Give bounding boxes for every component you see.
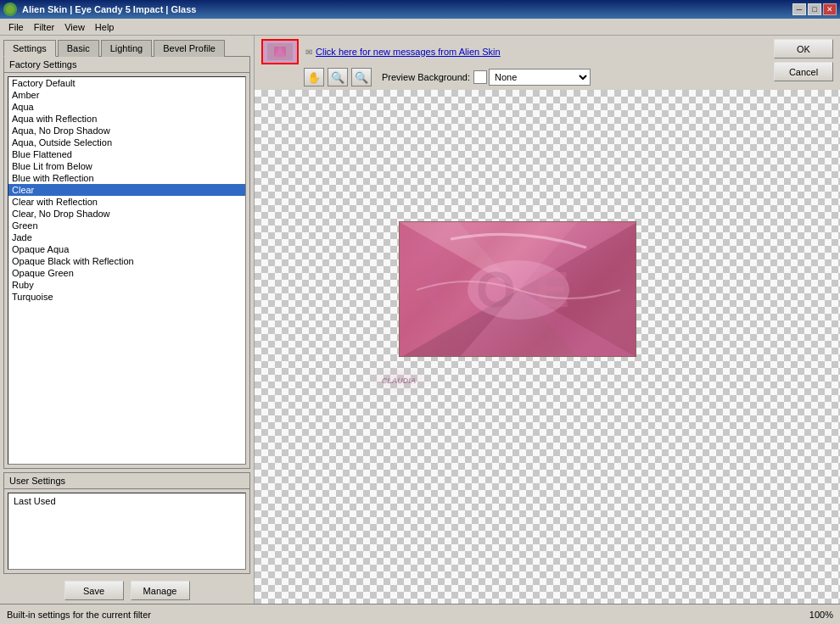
list-item[interactable]: Jade	[8, 231, 245, 243]
message-icon: ✉	[305, 47, 312, 57]
zoom-level: 100%	[809, 610, 833, 620]
right-panel: ✉ Click here for new messages from Alien…	[255, 36, 840, 604]
preview-canvas[interactable]: L O E CLAUDIA	[255, 90, 840, 604]
maximize-button[interactable]: □	[808, 3, 821, 15]
list-item[interactable]: Ruby	[8, 279, 245, 291]
zoom-icon: 🔍	[331, 71, 344, 84]
tab-basic[interactable]: Basic	[58, 40, 99, 57]
list-item-clear[interactable]: Clear	[8, 184, 245, 196]
watermark: CLAUDIA	[365, 365, 433, 395]
status-bar: Built-in settings for the current filter…	[0, 604, 840, 624]
preview-bg-color-swatch[interactable]	[473, 70, 487, 84]
preview-image: L O E	[399, 221, 636, 357]
zoom-tool-button[interactable]: 🔍	[328, 68, 348, 86]
list-item[interactable]: Amber	[8, 89, 245, 101]
user-settings-header: User Settings	[4, 473, 249, 489]
zoom-out-icon: 🔍	[355, 71, 368, 84]
menu-view[interactable]: View	[59, 20, 90, 34]
zoom-out-tool-button[interactable]: 🔍	[351, 68, 372, 86]
list-item[interactable]: Green	[8, 220, 245, 231]
list-item[interactable]: Turquoise	[8, 291, 245, 303]
list-item[interactable]: Blue with Reflection	[8, 172, 245, 184]
factory-settings-header: Factory Settings	[4, 57, 249, 73]
list-item[interactable]: Aqua with Reflection	[8, 113, 245, 125]
tab-bar: Settings Basic Lighting Bevel Profile	[0, 36, 254, 56]
list-item[interactable]: Aqua	[8, 101, 245, 113]
menu-help[interactable]: Help	[90, 20, 120, 34]
factory-settings-panel: Factory Settings Factory Default Amber A…	[3, 56, 250, 469]
user-settings-list[interactable]: Last Used	[8, 493, 246, 570]
menu-file[interactable]: File	[3, 20, 29, 34]
cancel-button[interactable]: Cancel	[774, 62, 833, 81]
list-item[interactable]: Opaque Green	[8, 267, 245, 279]
menu-filter[interactable]: Filter	[29, 20, 59, 34]
hand-icon: ✋	[307, 71, 321, 84]
close-button[interactable]: ✕	[823, 3, 837, 15]
panel-buttons: Save Manage	[0, 577, 254, 604]
user-settings-panel: User Settings Last Used	[3, 472, 250, 574]
left-panel: Settings Basic Lighting Bevel Profile Fa…	[0, 36, 255, 604]
menu-bar: File Filter View Help	[0, 19, 840, 36]
status-text: Built-in settings for the current filter	[7, 610, 151, 620]
svg-text:E: E	[535, 261, 569, 318]
hand-tool-button[interactable]: ✋	[304, 68, 324, 86]
preview-bg-dropdown[interactable]: None Black White Custom	[489, 69, 591, 86]
save-button[interactable]: Save	[64, 581, 124, 600]
list-item[interactable]: Opaque Black with Reflection	[8, 255, 245, 267]
preview-bg-label: Preview Background:	[382, 72, 470, 82]
glass-svg-overlay: L O E	[400, 222, 636, 357]
factory-settings-list[interactable]: Factory Default Amber Aqua Aqua with Ref…	[8, 76, 246, 465]
list-item[interactable]: Clear with Reflection	[8, 196, 245, 208]
list-item[interactable]: Aqua, Outside Selection	[8, 136, 245, 148]
list-item[interactable]: Blue Lit from Below	[8, 160, 245, 172]
alien-skin-message-link[interactable]: Click here for new messages from Alien S…	[316, 47, 501, 57]
list-item[interactable]: Blue Flattened	[8, 148, 245, 160]
list-item[interactable]: Aqua, No Drop Shadow	[8, 125, 245, 136]
ok-button[interactable]: OK	[774, 39, 833, 58]
list-item[interactable]: Opaque Aqua	[8, 243, 245, 255]
title-bar: Alien Skin | Eye Candy 5 Impact | Glass …	[0, 0, 840, 19]
svg-text:L: L	[425, 261, 456, 318]
list-item[interactable]: Factory Default	[8, 77, 245, 89]
svg-text:O: O	[476, 261, 516, 318]
manage-button[interactable]: Manage	[131, 581, 190, 600]
tab-settings[interactable]: Settings	[3, 40, 56, 57]
app-icon	[3, 3, 17, 16]
minimize-button[interactable]: ─	[792, 3, 806, 15]
window-title: Alien Skin | Eye Candy 5 Impact | Glass	[22, 4, 196, 14]
user-settings-last-used[interactable]: Last Used	[10, 495, 244, 507]
tab-lighting[interactable]: Lighting	[101, 40, 153, 57]
preview-thumbnail	[261, 39, 299, 64]
svg-point-0	[6, 5, 14, 14]
list-item[interactable]: Clear, No Drop Shadow	[8, 208, 245, 220]
tab-bevel-profile[interactable]: Bevel Profile	[154, 40, 225, 57]
